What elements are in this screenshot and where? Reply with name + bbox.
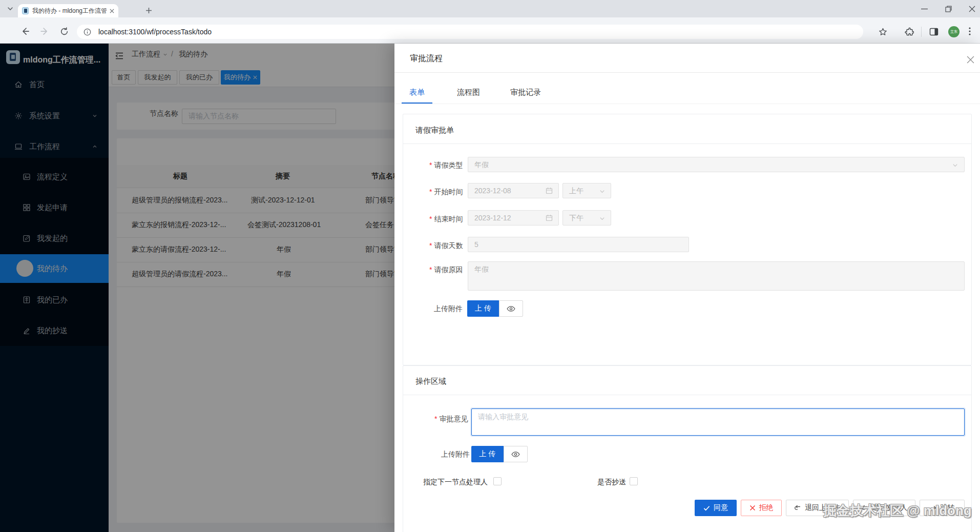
action-card-title: 操作区域 <box>415 377 446 386</box>
approve-button[interactable]: 同意 <box>695 500 737 516</box>
reject-button[interactable]: 拒绝 <box>741 500 782 516</box>
upload-button[interactable]: 上 传 <box>467 300 499 317</box>
chevron-down-icon <box>599 216 605 221</box>
leave-form-card: 请假审批单 *请假类型 年假 *开始时间 2023-12-08 上午 <box>403 114 972 365</box>
window-restore-button[interactable] <box>945 6 952 12</box>
assign-next-checkbox[interactable] <box>493 477 502 485</box>
browser-menu-icon[interactable] <box>969 27 971 36</box>
favicon <box>22 7 29 14</box>
drawer-close-icon[interactable] <box>967 56 974 64</box>
cc-label: 是否抄送 <box>597 478 626 487</box>
opinion-label: *审批意见 <box>434 415 468 424</box>
bookmark-star-icon[interactable] <box>879 28 887 36</box>
side-panel-icon[interactable] <box>929 27 939 36</box>
leave-days-input[interactable]: 5 <box>468 237 689 252</box>
leave-type-label: *请假类型 <box>429 161 463 170</box>
address-bar[interactable]: localhost:3100/wf/processTask/todo <box>77 25 863 39</box>
upload-label2: 上传附件 <box>441 450 470 459</box>
profile-avatar[interactable]: 立东 <box>948 26 960 37</box>
back-button[interactable] <box>21 27 30 36</box>
new-tab-button[interactable] <box>145 7 152 14</box>
end-date-input[interactable]: 2023-12-12 <box>468 210 559 226</box>
page: 我的待办 - mldong工作流管理 <box>0 0 980 532</box>
window-minimize-button[interactable] <box>921 8 928 10</box>
url-text: localhost:3100/wf/processTask/todo <box>98 28 212 36</box>
chevron-down-icon <box>952 162 958 168</box>
opinion-textarea[interactable]: 请输入审批意见 <box>471 408 965 436</box>
form-card-title: 请假审批单 <box>415 126 454 135</box>
end-time-label: *结束时间 <box>429 215 463 224</box>
leave-type-select[interactable]: 年假 <box>468 157 965 172</box>
preview-eye-button[interactable] <box>499 300 523 317</box>
drawer-tab-records[interactable]: 审批记录 <box>503 82 548 103</box>
toolbar-separator <box>921 27 922 37</box>
start-ampm-select[interactable]: 上午 <box>562 183 611 198</box>
browser-tabbar: 我的待办 - mldong工作流管理 <box>0 0 980 17</box>
upload-button2[interactable]: 上 传 <box>471 446 504 462</box>
chevron-down-icon <box>599 189 605 194</box>
start-time-label: *开始时间 <box>429 188 463 197</box>
drawer-title: 审批流程 <box>410 53 443 64</box>
watermark: 掘金技术社区 @ mldong <box>823 502 972 520</box>
window-close-button[interactable] <box>969 6 975 12</box>
site-info-icon[interactable] <box>84 28 91 36</box>
leave-reason-textarea[interactable]: 年假 <box>468 261 965 291</box>
tab-title: 我的待办 - mldong工作流管理 <box>32 7 107 15</box>
drawer-tab-diagram[interactable]: 流程图 <box>449 82 488 103</box>
leave-reason-label: *请假原因 <box>429 265 463 275</box>
browser-toolbar: localhost:3100/wf/processTask/todo 立东 <box>0 17 980 44</box>
upload-label: 上传附件 <box>434 304 463 314</box>
extensions-icon[interactable] <box>905 27 914 36</box>
reload-button[interactable] <box>60 27 69 36</box>
approval-drawer: 审批流程 表单 流程图 审批记录 请假审批单 *请假类型 年假 *开始时间 <box>394 44 980 532</box>
end-ampm-select[interactable]: 下午 <box>562 210 611 226</box>
browser-tab[interactable]: 我的待办 - mldong工作流管理 <box>18 4 118 17</box>
calendar-icon <box>546 187 553 194</box>
forward-button[interactable] <box>40 27 49 36</box>
start-date-input[interactable]: 2023-12-08 <box>468 183 559 198</box>
drawer-mask[interactable] <box>0 44 394 532</box>
calendar-icon <box>546 214 553 221</box>
assign-next-label: 指定下一节点处理人 <box>423 478 488 487</box>
cc-checkbox[interactable] <box>630 477 638 485</box>
tab-close-icon[interactable] <box>110 9 114 13</box>
preview-eye-button2[interactable] <box>504 446 528 462</box>
drawer-tab-form[interactable]: 表单 <box>402 82 432 103</box>
tab-search-chevron-icon[interactable] <box>7 5 14 12</box>
leave-days-label: *请假天数 <box>429 241 463 251</box>
